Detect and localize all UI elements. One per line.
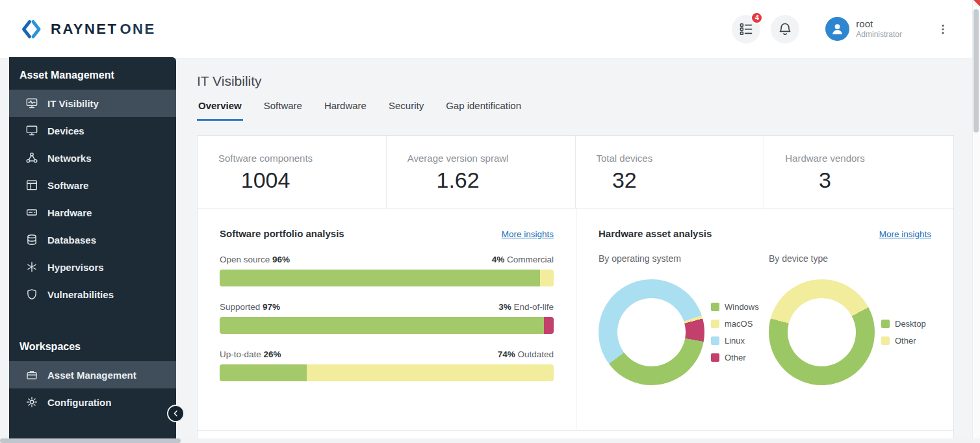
tab-hardware[interactable]: Hardware [323, 100, 368, 121]
legend-label: macOS [725, 319, 753, 329]
legend-swatch [711, 303, 719, 311]
chevron-left-icon [172, 409, 180, 418]
legend-swatch [711, 353, 719, 362]
sidebar-item-hypervisors[interactable]: Hypervisors [9, 253, 176, 281]
sidebar-item-devices[interactable]: Devices [9, 117, 176, 144]
software-bars: Open source 96%4% CommercialSupported 97… [220, 255, 554, 381]
main-content: IT Visibility OverviewSoftwareHardwareSe… [197, 58, 954, 443]
legend-swatch [881, 320, 890, 328]
legend-item-linux: Linux [711, 336, 759, 346]
tab-security[interactable]: Security [387, 100, 425, 121]
tab-software[interactable]: Software [263, 100, 303, 121]
device-legend: DesktopOther [881, 319, 926, 346]
stat-card-software-components: Software components1004 [198, 136, 387, 208]
vertical-scrollbar-thumb[interactable] [974, 9, 979, 133]
panels-row: Software portfolio analysis More insight… [198, 209, 953, 431]
os-chart-label: By operating system [599, 253, 761, 264]
horizontal-scrollbar[interactable] [0, 438, 972, 443]
sidebar-item-networks[interactable]: Networks [9, 144, 176, 171]
topbar-actions: 4 root Admi [732, 15, 951, 44]
bar-segment-up-to-date [220, 364, 307, 381]
database-icon [26, 234, 38, 246]
software-icon [26, 179, 38, 191]
bar-row-open-source: Open source 96%4% Commercial [220, 255, 554, 286]
sidebar-item-label: Configuration [47, 397, 111, 408]
overview-card: Software components1004Average version s… [197, 135, 954, 443]
bar-segment-supported [220, 317, 544, 334]
stat-card-total-devices: Total devices32 [576, 136, 765, 208]
software-portfolio-panel: Software portfolio analysis More insight… [198, 209, 576, 430]
sidebar-item-it-visibility[interactable]: IT Visibility [9, 90, 176, 117]
bar-row-up-to-date: Up-to-date 26%74% Outdated [220, 349, 554, 381]
sidebar-item-label: Devices [47, 125, 84, 136]
corner-marker [974, 0, 980, 6]
stat-label: Software components [218, 153, 313, 164]
stat-label: Total devices [597, 153, 653, 164]
brand-logo[interactable]: RAYNETONE [19, 18, 156, 41]
sidebar-section-title-asset-management: Asset Management [9, 57, 176, 90]
bar-right-label: 3% End-of-life [498, 302, 554, 312]
gear-icon [26, 396, 38, 408]
kebab-icon [937, 23, 949, 35]
app-root: RAYNETONE 4 [0, 0, 980, 443]
hardware-asset-panel: Hardware asset analysis More insights By… [576, 209, 953, 430]
bell-icon [778, 22, 792, 36]
sidebar-item-label: Hardware [47, 207, 92, 218]
user-menu[interactable]: root Administrator [825, 17, 902, 41]
more-options-button[interactable] [935, 21, 951, 38]
software-panel-title: Software portfolio analysis [220, 228, 344, 239]
brand-name: RAYNETONE [51, 21, 156, 38]
monitor-icon [26, 125, 38, 136]
stat-card-average-version-sprawl: Average version sprawl1.62 [387, 136, 576, 208]
bar-segment-commercial [540, 270, 554, 286]
sidebar-item-label: Software [47, 180, 88, 191]
stacked-bar [220, 270, 554, 286]
sidebar-item-label: Asset Management [47, 370, 136, 381]
brand-primary: RAYNET [51, 21, 118, 37]
tasks-button[interactable]: 4 [732, 15, 760, 44]
stat-value: 32 [597, 168, 653, 193]
sidebar: Asset ManagementIT VisibilityDevicesNetw… [9, 57, 176, 439]
legend-swatch [711, 336, 719, 345]
sidebar-item-software[interactable]: Software [9, 171, 176, 199]
sidebar-item-label: IT Visibility [47, 98, 99, 109]
sidebar-item-vulnerabilities[interactable]: Vulnerabilities [9, 281, 176, 308]
stats-row: Software components1004Average version s… [198, 136, 953, 209]
device-chart-label: By device type [769, 253, 931, 264]
legend-swatch [881, 336, 890, 345]
tasks-badge: 4 [751, 12, 763, 24]
sidebar-item-databases[interactable]: Databases [9, 226, 176, 253]
user-name: root [856, 18, 902, 30]
bar-segment-end-of-life [544, 317, 554, 334]
legend-label: Other [725, 353, 746, 362]
os-legend: WindowsmacOSLinuxOther [711, 302, 759, 362]
sidebar-item-hardware[interactable]: Hardware [9, 199, 176, 226]
legend-item-windows: Windows [711, 302, 759, 312]
software-more-insights-link[interactable]: More insights [502, 229, 554, 239]
legend-item-macos: macOS [711, 319, 759, 329]
horizontal-scrollbar-thumb[interactable] [0, 438, 181, 443]
legend-item-other: Other [711, 353, 759, 362]
sidebar-item-asset-management[interactable]: Asset Management [9, 361, 176, 388]
stat-label: Average version sprawl [407, 153, 509, 164]
legend-label: Other [895, 336, 916, 346]
bar-left-label: Up-to-date 26% [220, 349, 281, 359]
notifications-button[interactable] [771, 15, 799, 44]
tab-overview[interactable]: Overview [197, 100, 243, 121]
vertical-scrollbar[interactable] [972, 0, 980, 438]
sidebar-item-configuration[interactable]: Configuration [9, 388, 176, 416]
hardware-more-insights-link[interactable]: More insights [879, 229, 931, 239]
network-icon [26, 152, 38, 164]
tab-gap-identification[interactable]: Gap identification [445, 100, 522, 121]
stat-value: 1004 [218, 168, 313, 193]
legend-label: Desktop [895, 319, 926, 329]
legend-item-desktop: Desktop [881, 319, 926, 329]
legend-label: Linux [725, 336, 745, 346]
bar-segment-outdated [307, 364, 554, 381]
legend-swatch [711, 320, 719, 328]
sidebar-collapse-button[interactable] [167, 405, 185, 422]
task-list-icon [739, 22, 753, 36]
sidebar-item-label: Databases [47, 234, 96, 246]
os-donut-chart [599, 279, 704, 385]
bar-left-label: Supported 97% [220, 302, 280, 312]
